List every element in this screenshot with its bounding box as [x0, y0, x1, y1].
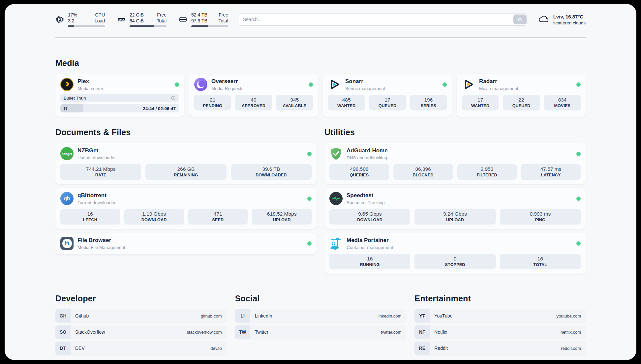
now-playing-title: Bullet Train — [64, 96, 86, 101]
status-dot — [576, 241, 581, 246]
section-title-social: Social — [235, 293, 406, 304]
stat-total: 16 TOTAL — [500, 254, 581, 269]
stat-download: 9.65 Gbps DOWNLOAD — [329, 209, 410, 225]
app-name: Media Portainer — [347, 237, 393, 244]
app-desc: Movie management — [479, 86, 518, 91]
disk-free-value: 52.4 TB — [191, 12, 207, 18]
search-input[interactable] — [238, 13, 528, 26]
link-youtube[interactable]: YT YouTube youtube.com — [414, 309, 586, 322]
app-desc: Media Requests — [211, 86, 244, 91]
app-desc: Container management — [347, 245, 393, 250]
stat-upload: 618.52 Mbps UPLOAD — [252, 209, 312, 225]
stat-running: 16 RUNNING — [329, 254, 410, 269]
disk-total-value: 97.9 TB — [191, 18, 207, 24]
cpu-progress-bar — [68, 25, 105, 27]
stat-stopped: 0 STOPPED — [414, 254, 495, 269]
status-dot — [307, 241, 312, 246]
cpu-load-label: Load — [95, 18, 105, 24]
section-documents: Documents & Files nzbget NZBGet Usenet d… — [55, 127, 317, 254]
speedtest-icon — [329, 192, 343, 205]
system-stats: 17% 3.2 CPU Load — [55, 12, 228, 27]
cpu-icon — [55, 15, 64, 24]
stat-upload: 9.24 Gbps UPLOAD — [414, 209, 495, 225]
app-desc: Usenet downloader — [77, 155, 116, 160]
link-dev[interactable]: DT DEV dev.to — [55, 342, 227, 355]
pause-icon[interactable] — [64, 106, 67, 110]
cpu-stat: 17% 3.2 CPU Load — [55, 12, 105, 27]
disk-free-label: Free — [218, 12, 228, 18]
disk-stat: 52.4 TB 97.9 TB Free Total — [178, 12, 228, 27]
link-twitter[interactable]: TW Twitter twitter.com — [235, 325, 406, 339]
card-speedtest[interactable]: Speedtest Speedtest Tracking 9.65 Gbps D… — [324, 188, 586, 229]
section-media: Media Plex Media server — [55, 57, 586, 117]
ram-progress-fill — [130, 25, 154, 27]
stat-blocked: 86,396 BLOCKED — [393, 164, 453, 180]
session-target-icon[interactable] — [171, 96, 176, 101]
qbittorrent-icon: qb — [60, 192, 74, 205]
disk-progress-fill — [191, 25, 208, 27]
weather-condition: scattered clouds — [553, 20, 586, 25]
cpu-percent: 17% — [68, 12, 77, 18]
link-badge: DT — [55, 342, 71, 355]
app-name: Plex — [77, 78, 103, 85]
search-engine-button[interactable]: G — [513, 15, 527, 24]
ram-total-value: 64 GiB — [130, 18, 144, 24]
card-portainer[interactable]: Media Portainer Container management 16 … — [324, 233, 586, 274]
section-social: Social LI LinkedIn linkedin.com TW Twitt… — [235, 293, 406, 339]
ram-total-label: Total — [157, 18, 167, 24]
link-badge: YT — [414, 309, 430, 322]
card-filebrowser[interactable]: File Browser Media File Management — [55, 233, 317, 254]
status-dot — [443, 82, 447, 87]
card-nzbget[interactable]: nzbget NZBGet Usenet downloader 744.21 M… — [55, 143, 317, 184]
ram-icon — [117, 15, 126, 24]
card-qbittorrent[interactable]: qb qBittorrent Torrent downloader 16 — [55, 188, 317, 229]
app-name: NZBGet — [77, 147, 116, 154]
app-name: Sonarr — [345, 78, 385, 85]
link-linkedin[interactable]: LI LinkedIn linkedin.com — [235, 309, 406, 322]
radarr-icon — [462, 78, 475, 91]
section-title-utilities: Utilities — [324, 127, 586, 138]
disk-icon — [178, 15, 188, 24]
link-badge: TW — [235, 325, 250, 339]
link-badge: NF — [414, 325, 430, 339]
playback-time: 24:44 / 02:06:47 — [143, 106, 176, 111]
link-badge: GH — [55, 309, 71, 322]
stat-filtered: 2,953 FILTERED — [457, 164, 517, 180]
app-desc: Media File Management — [77, 245, 125, 250]
app-name: AdGuard Home — [347, 147, 388, 154]
link-stackoverflow[interactable]: SO StackOverflow stackoverflow.com — [55, 325, 227, 339]
dashboard-panel: 17% 3.2 CPU Load — [5, 4, 636, 360]
now-playing-row: Bullet Train — [60, 94, 179, 102]
link-github[interactable]: GH Github github.com — [55, 309, 227, 322]
stat-rate: 744.21 Mbps RATE — [60, 164, 141, 180]
stat-download: 1.19 Gbps DOWNLOAD — [124, 209, 184, 225]
stat-movies: 834 MOVIES — [544, 95, 581, 110]
app-desc: Series management — [345, 86, 385, 91]
card-overseerr[interactable]: Overseerr Media Requests 21 PENDING 40 A… — [189, 74, 318, 117]
section-title-entertainment: Entertainment — [414, 293, 586, 304]
stat-available: 945 AVAILABLE — [276, 95, 313, 110]
link-netflix[interactable]: NF Netflix netflix.com — [414, 325, 586, 339]
stat-seed: 471 SEED — [188, 209, 248, 225]
stat-queued: 22 QUEUED — [503, 95, 539, 110]
stat-queued: 17 QUEUED — [369, 95, 406, 110]
weather-location: Lviv, 16.87°C — [553, 14, 586, 19]
app-name: Overseerr — [211, 78, 244, 85]
ram-free-label: Free — [157, 12, 167, 18]
card-adguard[interactable]: AdGuard Home DNS and adblocking 498,508 … — [324, 143, 586, 184]
card-radarr[interactable]: Radarr Movie management 17 WANTED 22 QUE… — [457, 74, 586, 117]
ram-progress-bar — [130, 25, 167, 27]
stat-approved: 40 APPROVED — [235, 95, 272, 110]
sonarr-icon — [328, 78, 341, 91]
status-dot — [175, 82, 179, 87]
card-sonarr[interactable]: Sonarr Series management 485 WANTED 17 Q… — [323, 74, 452, 117]
link-badge: LI — [235, 309, 250, 322]
stat-queries: 498,508 QUERIES — [329, 164, 389, 180]
card-plex[interactable]: Plex Media server Bullet Train — [55, 74, 184, 117]
app-desc: DNS and adblocking — [347, 155, 388, 160]
link-reddit[interactable]: RE Reddit reddit.com — [414, 342, 586, 355]
ram-stat: 22 GiB 64 GiB Free Total — [117, 12, 167, 27]
weather-widget: Lviv, 16.87°C scattered clouds — [538, 14, 586, 25]
section-title-developer: Developer — [55, 293, 227, 304]
app-desc: Torrent downloader — [77, 200, 116, 205]
